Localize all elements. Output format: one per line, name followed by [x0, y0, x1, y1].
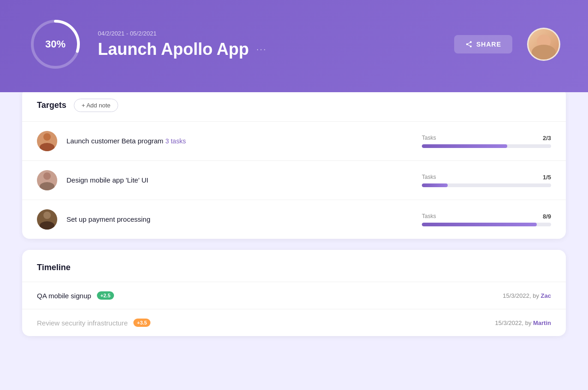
header-info: 04/2/2021 - 05/2/2021 Launch Apollo App … — [98, 30, 439, 59]
add-note-button[interactable]: + Add note — [74, 99, 119, 112]
progress-circle: 30% — [28, 17, 83, 72]
targets-title: Targets — [37, 100, 66, 110]
targets-header: Targets + Add note — [22, 88, 566, 121]
tasks-count: 8/9 — [543, 213, 551, 220]
timeline-author: Martin — [533, 319, 551, 326]
avatar — [37, 170, 57, 190]
progress-bar-track — [422, 144, 551, 148]
progress-bar-track — [422, 183, 551, 187]
target-info: Design mobile app 'Lite' UI — [66, 176, 413, 184]
share-icon — [465, 41, 473, 48]
list-item: QA mobile signup +2.5 15/3/2022, by Zac — [22, 282, 566, 309]
tasks-link[interactable]: 3 tasks — [165, 137, 186, 145]
timeline-author: Zac — [541, 292, 551, 299]
tasks-label: Tasks — [422, 213, 436, 219]
target-info: Set up payment processing — [66, 215, 413, 224]
progress-bar-fill — [422, 144, 507, 148]
header-date: 04/2/2021 - 05/2/2021 — [98, 30, 439, 37]
table-row: Launch customer Beta program 3 tasks Tas… — [22, 121, 566, 160]
avatar[interactable] — [527, 28, 560, 61]
table-row: Design mobile app 'Lite' UI Tasks 1/5 — [22, 160, 566, 200]
targets-card: Targets + Add note Launch customer Beta … — [22, 88, 566, 239]
avatar — [37, 131, 57, 151]
more-options-button[interactable]: ··· — [256, 44, 267, 54]
tasks-count: 2/3 — [543, 135, 551, 142]
timeline-title: Timeline — [37, 263, 71, 272]
table-row: Set up payment processing Tasks 8/9 — [22, 200, 566, 239]
share-button-label: SHARE — [476, 41, 501, 48]
target-name: Set up payment processing — [66, 215, 150, 223]
progress-bar-track — [422, 223, 551, 226]
timeline-item-right: 15/3/2022, by Martin — [495, 319, 551, 326]
target-tasks: Tasks 1/5 — [422, 174, 551, 187]
timeline-item-name: QA mobile signup — [37, 292, 91, 300]
timeline-item-name: Review security infrastructure — [37, 319, 128, 327]
header-section: 30% 04/2/2021 - 05/2/2021 Launch Apollo … — [0, 0, 588, 92]
timeline-card: Timeline QA mobile signup +2.5 15/3/2022… — [22, 250, 566, 336]
target-name: Launch customer Beta program — [66, 137, 165, 145]
timeline-item-left: QA mobile signup +2.5 — [37, 291, 114, 300]
tasks-count: 1/5 — [543, 174, 551, 181]
timeline-header: Timeline — [22, 250, 566, 282]
target-tasks: Tasks 8/9 — [422, 213, 551, 226]
timeline-item-left: Review security infrastructure +3.5 — [37, 319, 150, 327]
share-button[interactable]: SHARE — [454, 35, 512, 53]
tasks-label: Tasks — [422, 174, 436, 180]
timeline-badge: +2.5 — [97, 291, 114, 300]
target-name: Design mobile app 'Lite' UI — [66, 176, 149, 184]
avatar — [37, 209, 57, 230]
timeline-badge: +3.5 — [133, 319, 151, 327]
main-content: Targets + Add note Launch customer Beta … — [0, 88, 588, 336]
progress-bar-fill — [422, 223, 537, 226]
progress-bar-fill — [422, 183, 448, 187]
tasks-label: Tasks — [422, 135, 436, 141]
page-title: Launch Apollo App — [98, 40, 249, 59]
header-title-row: Launch Apollo App ··· — [98, 40, 439, 59]
target-info: Launch customer Beta program 3 tasks — [66, 137, 413, 145]
progress-percent-label: 30% — [45, 38, 66, 50]
timeline-item-right: 15/3/2022, by Zac — [503, 292, 551, 299]
target-tasks: Tasks 2/3 — [422, 135, 551, 148]
list-item: Review security infrastructure +3.5 15/3… — [22, 309, 566, 336]
